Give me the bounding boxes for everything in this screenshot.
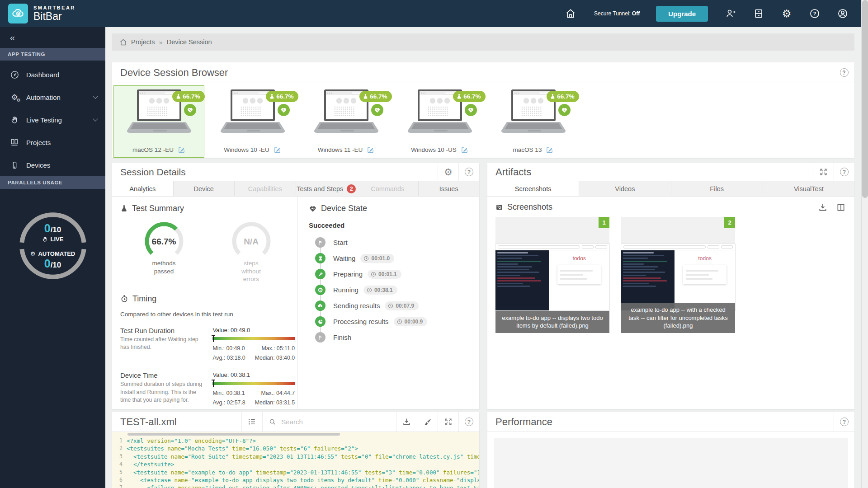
metric-name: Test Run Duration (120, 327, 208, 334)
page-scrollbar[interactable] (861, 0, 868, 488)
sidebar-collapse-button[interactable]: « (0, 27, 105, 48)
camera-icon (495, 203, 503, 211)
screenshot-caption: example to-do app -- with a checked task… (621, 303, 735, 333)
artifacts-panel: Artifacts ? Screenshots Videos Files Vis… (487, 163, 854, 409)
health-badge (184, 104, 196, 116)
tab-commands[interactable]: Commands (357, 181, 419, 196)
heart-pulse-icon (309, 205, 317, 213)
edit-device-icon[interactable] (274, 146, 281, 154)
metric-max: Max.: 04:44.7 (261, 389, 295, 398)
tab-visualtest[interactable]: VisualTest (763, 181, 854, 196)
automated-usage-count: 0/10 (44, 257, 61, 270)
tab-tests-and-steps[interactable]: Tests and Steps 2 (296, 181, 358, 196)
tab-analytics[interactable]: Analytics (112, 181, 174, 196)
tab-videos[interactable]: Videos (579, 181, 671, 196)
brush-icon[interactable] (417, 412, 438, 432)
help-icon[interactable]: ? (834, 62, 854, 83)
horizontal-scrollbar[interactable] (127, 433, 340, 436)
screenshot-number-badge: 1 (599, 217, 609, 228)
help-icon[interactable]: ? (834, 412, 854, 432)
xml-log-panel: TEST-all.xml ? 1<?xml version="1.0" enco… (112, 412, 479, 488)
step-duration-badge: 00:38.1 (363, 286, 397, 295)
tab-issues[interactable]: Issues (419, 181, 480, 196)
sidebar-item-label: Live Testing (26, 116, 62, 124)
pie-chart-icon (315, 316, 326, 327)
edit-device-icon[interactable] (367, 146, 374, 154)
expand-icon[interactable] (813, 163, 834, 181)
sidebar-item-live-testing[interactable]: Live Testing (0, 108, 105, 131)
account-icon[interactable] (837, 8, 848, 19)
home-icon[interactable] (565, 8, 576, 19)
device-name: macOS 12 -EU (132, 146, 174, 153)
device-card-windows-10--eu[interactable]: 66.7% Windows 10 -EU (207, 85, 298, 158)
parallels-usage-gauge: 0/10 LIVE ⚙ AUTOMATED 0/10 (0, 210, 105, 282)
columns-icon[interactable] (836, 203, 845, 212)
device-card-macos-13[interactable]: 66.7% macOS 13 (488, 85, 579, 158)
xml-file-title: TEST-all.xml (112, 416, 241, 428)
tab-files[interactable]: Files (671, 181, 763, 196)
edit-device-icon[interactable] (546, 146, 553, 154)
metric-min: Min.: 00:49.0 (212, 344, 245, 353)
edit-device-icon[interactable] (461, 146, 468, 154)
live-usage-label: LIVE (42, 236, 64, 243)
sidebar-item-dashboard[interactable]: Dashboard (0, 63, 105, 86)
archive-icon[interactable] (753, 8, 764, 19)
page-scrollbar-thumb[interactable] (862, 0, 868, 198)
screenshot-thumbnail-2[interactable]: 2 todos example to-do app -- with a chec… (621, 217, 735, 333)
search-input[interactable] (280, 418, 390, 426)
automated-usage-label: ⚙ AUTOMATED (30, 250, 75, 257)
gear-icon[interactable]: ⚙ (781, 8, 792, 19)
sidebar-item-automation[interactable]: ⚙⚙ Automation (0, 86, 105, 108)
help-icon[interactable]: ? (834, 163, 854, 181)
success-rate-badge: 66.7% (172, 91, 204, 102)
breadcrumb-separator: » (159, 38, 162, 46)
tab-screenshots[interactable]: Screenshots (487, 181, 579, 196)
step-duration-badge: 00:07.9 (385, 301, 419, 310)
health-badge (558, 104, 571, 116)
breadcrumb-projects[interactable]: Projects (131, 38, 155, 46)
smartbear-logo[interactable] (8, 4, 28, 23)
top-navbar: SMARTBEAR BitBar Secure Tunnel:Off Upgra… (0, 0, 868, 27)
help-icon[interactable]: ? (458, 163, 479, 181)
gauge-label: stepswithouterrors (222, 259, 281, 283)
tab-label: Files (710, 185, 724, 192)
search-icon (269, 418, 276, 426)
expand-icon[interactable] (438, 412, 458, 432)
upgrade-button[interactable]: Upgrade (656, 6, 708, 22)
code-line: 2<testsuites name="Mocha Tests" time="16… (112, 445, 479, 452)
sidebar-item-projects[interactable]: Projects (0, 131, 105, 154)
device-session-browser-panel: Device Session Browser ? 66.7% macOS 12 … (112, 62, 854, 158)
settings-gear-icon[interactable]: ⚙ (438, 163, 458, 181)
tab-device[interactable]: Device (174, 181, 235, 196)
screenshot-caption: example to-do app -- displays two todo i… (495, 311, 609, 333)
performance-title: Performance (487, 416, 834, 428)
search-box (262, 412, 396, 432)
home-icon[interactable] (119, 38, 127, 46)
line-number: 5 (112, 469, 127, 476)
help-icon[interactable]: ? (809, 8, 820, 19)
device-card-windows-11--eu[interactable]: 66.7% Windows 11 -EU (301, 85, 392, 158)
edit-device-icon[interactable] (178, 146, 185, 154)
gears-icon: ⚙ (30, 250, 36, 257)
device-name: Windows 10 -EU (224, 146, 269, 153)
download-icon[interactable] (818, 203, 827, 212)
screenshot-thumbnail-1[interactable]: 1 todos example to-do app -- displays tw… (495, 217, 609, 333)
sidebar-item-devices[interactable]: Devices (0, 154, 105, 176)
help-icon[interactable]: ? (458, 412, 479, 432)
secure-tunnel-value: Off (632, 10, 640, 17)
metric-description: Time counted after Waiting step has fini… (120, 336, 208, 351)
xml-code-viewer[interactable]: 1<?xml version="1.0" encoding="UTF-8"?> … (112, 432, 479, 488)
sidebar-item-label: Dashboard (26, 71, 59, 79)
secure-tunnel-status[interactable]: Secure Tunnel:Off (594, 10, 640, 17)
tab-capabilities[interactable]: Capabilities (235, 181, 296, 196)
device-card-windows-10--us[interactable]: 66.7% Windows 10 -US (394, 85, 485, 158)
list-icon[interactable] (241, 412, 262, 432)
download-icon[interactable] (396, 412, 417, 432)
device-state-step-sending-results: Sending results 00:07.9 (315, 298, 473, 314)
user-add-icon[interactable] (725, 8, 736, 19)
timing-metric-test-run-duration: Test Run Duration Time counted after Wai… (120, 327, 295, 363)
metric-description: Summed duration of steps during Install … (120, 380, 208, 404)
device-card-macos-12--eu[interactable]: 66.7% macOS 12 -EU (113, 85, 204, 158)
line-number: 4 (112, 460, 127, 468)
device-name: Windows 11 -EU (318, 146, 363, 153)
